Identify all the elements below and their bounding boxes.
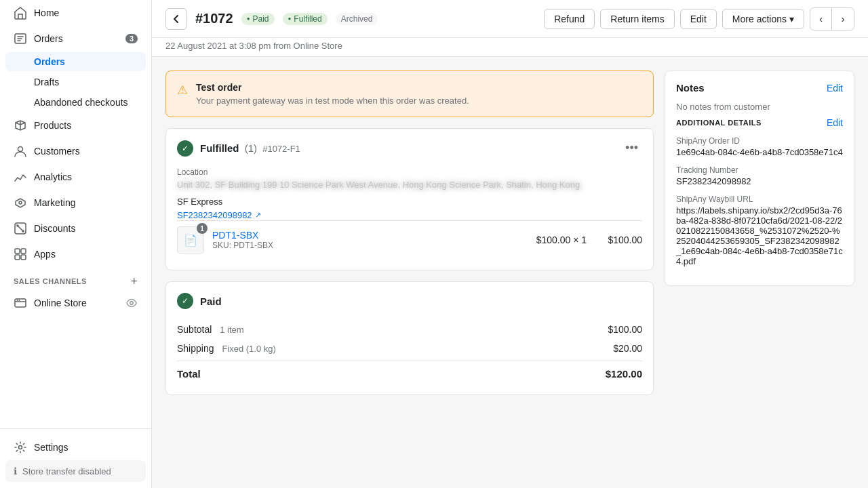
add-sales-channel-button[interactable]: + [130, 275, 138, 287]
waybill-url-label: ShipAny Waybill URL [676, 195, 843, 204]
chevron-down-icon: ▾ [789, 14, 794, 24]
sidebar-marketing-label: Marketing [34, 197, 138, 208]
fulfilled-more-button[interactable]: ••• [621, 140, 642, 157]
fulfilled-title: Fulfilled (1) #1072-F1 [200, 142, 614, 154]
product-total-price: $100.00 [595, 235, 642, 245]
back-button[interactable] [165, 8, 187, 30]
next-order-button[interactable]: › [832, 8, 854, 30]
sidebar-item-customers[interactable]: Customers [5, 139, 146, 163]
sidebar-apps-label: Apps [34, 249, 138, 260]
sidebar-item-analytics[interactable]: Analytics [5, 165, 146, 189]
warning-icon: ⚠ [177, 83, 188, 98]
edit-button[interactable]: Edit [680, 9, 717, 29]
analytics-icon [14, 170, 27, 184]
status-archived: Archived [336, 13, 378, 25]
test-order-alert: ⚠ Test order Your payment gateway was in… [165, 70, 654, 117]
sidebar-subitem-orders[interactable]: Orders [5, 52, 146, 71]
sidebar-discounts-label: Discounts [34, 223, 138, 234]
alert-body: Test order Your payment gateway was in t… [196, 82, 469, 106]
sidebar-item-home[interactable]: Home [5, 1, 146, 25]
product-doc-icon: 📄 [184, 234, 197, 247]
tracking-number-label: Tracking Number [676, 165, 843, 175]
svg-point-9 [17, 300, 18, 301]
sidebar-products-label: Products [34, 120, 138, 131]
shipany-order-id-value: 1e69c4ab-084c-4e6b-a4b8-7cd0358e71c4 [676, 147, 843, 157]
product-sku: SKU: PDT1-SBX [212, 241, 528, 250]
fulfilled-card-header: ✓ Fulfilled (1) #1072-F1 ••• [177, 140, 642, 157]
return-items-button[interactable]: Return items [600, 9, 674, 29]
sidebar-item-online-store[interactable]: Online Store [5, 291, 146, 315]
sidebar-subitem-drafts[interactable]: Drafts [5, 73, 146, 92]
product-quantity-badge: 1 [197, 223, 208, 234]
notes-empty-text: No notes from customer [676, 102, 843, 112]
main-content: #1072 Paid Fulfilled Archived Refund Ret… [152, 0, 868, 488]
customers-icon [14, 144, 27, 158]
tracking-number-value: SF2382342098982 [676, 176, 843, 186]
refund-button[interactable]: Refund [544, 9, 595, 29]
page-header: #1072 Paid Fulfilled Archived Refund Ret… [152, 0, 868, 38]
product-unit-price: $100.00 × 1 [536, 235, 587, 245]
sidebar: Home Orders 3 Orders Drafts Abandoned ch… [0, 0, 152, 488]
orders-badge: 3 [125, 34, 138, 43]
additional-details-section: ADDITIONAL DETAILS Edit ShipAny Order ID… [676, 117, 843, 266]
sidebar-orders-label: Orders [34, 33, 119, 44]
svg-point-12 [19, 446, 22, 449]
sales-channels-section: SALES CHANNELS + [0, 267, 151, 290]
sidebar-item-settings[interactable]: Settings [5, 435, 146, 460]
product-row: 📄 1 PDT1-SBX SKU: PDT1-SBX $100.00 × 1 $… [177, 220, 642, 259]
sidebar-customers-label: Customers [34, 146, 138, 157]
carrier-name: SF Express [177, 197, 642, 207]
fulfilled-check-icon: ✓ [177, 140, 193, 157]
total-row: Total $120.00 [177, 361, 642, 384]
home-icon [14, 6, 27, 20]
online-store-icon [14, 296, 27, 310]
content-right: Notes Edit No notes from customer ADDITI… [665, 70, 854, 474]
shipany-order-id-label: ShipAny Order ID [676, 136, 843, 146]
info-icon: ℹ [14, 466, 17, 476]
subtotal-row: Subtotal 1 item $100.00 [177, 320, 642, 339]
sidebar-item-products[interactable]: Products [5, 113, 146, 138]
orders-icon [14, 32, 27, 45]
sidebar-item-marketing[interactable]: Marketing [5, 190, 146, 215]
sales-channels-label: SALES CHANNELS [14, 277, 130, 285]
svg-point-2 [19, 201, 22, 204]
product-thumbnail: 📄 1 [177, 226, 204, 253]
subtotal-value: $100.00 [608, 324, 642, 335]
products-icon [14, 119, 27, 132]
order-navigation: ‹ › [810, 7, 854, 30]
waybill-url-item: ShipAny Waybill URL https://labels.shipa… [676, 195, 843, 266]
sidebar-item-apps[interactable]: Apps [5, 242, 146, 266]
additional-details-edit-link[interactable]: Edit [827, 117, 843, 128]
eye-icon[interactable] [125, 297, 138, 309]
product-info: PDT1-SBX SKU: PDT1-SBX [212, 230, 528, 250]
total-label: Total [177, 368, 201, 380]
sidebar-item-orders[interactable]: Orders 3 [5, 26, 146, 51]
notes-edit-link[interactable]: Edit [827, 83, 843, 94]
paid-check-icon: ✓ [177, 293, 193, 309]
product-name-link[interactable]: PDT1-SBX [212, 230, 258, 241]
tracking-link[interactable]: SF2382342098982 ↗ [177, 210, 261, 220]
shipping-value: $20.00 [613, 343, 642, 354]
alert-title: Test order [196, 82, 469, 93]
notes-card: Notes Edit No notes from customer ADDITI… [665, 70, 854, 286]
svg-rect-6 [15, 255, 20, 260]
online-store-label: Online Store [34, 298, 119, 308]
sidebar-analytics-label: Analytics [34, 171, 138, 182]
marketing-icon [14, 196, 27, 209]
waybill-url-value: https://labels.shipany.io/sbx2/2cd95d3a-… [676, 205, 843, 266]
store-transfer-notice[interactable]: ℹ Store transfer disabled [5, 460, 146, 482]
notes-title: Notes [676, 82, 705, 94]
header-actions: Refund Return items Edit More actions ▾ … [544, 7, 854, 30]
shipany-order-id-item: ShipAny Order ID 1e69c4ab-084c-4e6b-a4b8… [676, 136, 843, 157]
order-date: 22 August 2021 at 3:08 pm from Online St… [152, 38, 868, 57]
status-paid: Paid [241, 13, 275, 25]
tracking-number-item: Tracking Number SF2382342098982 [676, 165, 843, 186]
status-fulfilled: Fulfilled [283, 13, 328, 25]
sidebar-subitem-abandoned[interactable]: Abandoned checkouts [5, 93, 146, 112]
total-value: $120.00 [606, 368, 642, 380]
order-number: #1072 [195, 11, 233, 26]
payment-card: ✓ Paid Subtotal 1 item $100.00 Shipping … [165, 281, 654, 395]
prev-order-button[interactable]: ‹ [810, 8, 832, 30]
sidebar-item-discounts[interactable]: Discounts [5, 216, 146, 241]
more-actions-button[interactable]: More actions ▾ [722, 9, 804, 29]
